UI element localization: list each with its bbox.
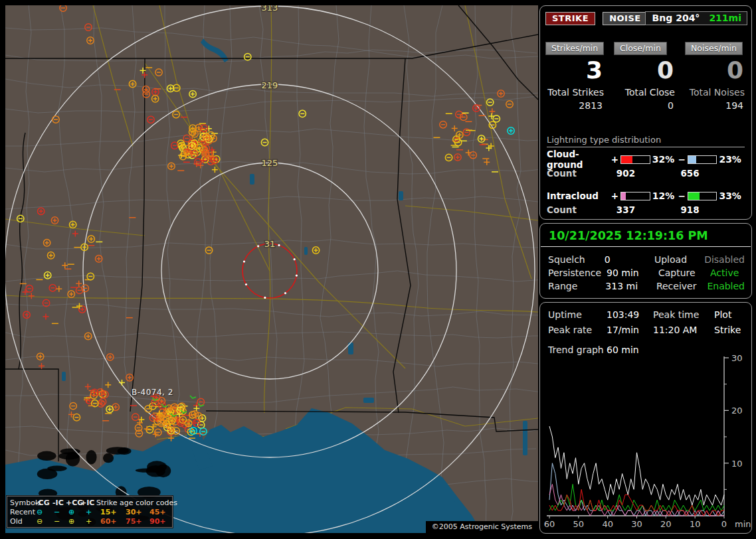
svg-text:40: 40 <box>602 519 613 529</box>
lightning-distribution: Lightning type distribution Cloud-ground… <box>547 135 745 218</box>
bearing-box: Bng 204°211mi <box>645 11 747 25</box>
ic-plus-bar <box>620 192 650 200</box>
age-75-label: 75+ <box>126 517 142 526</box>
minus-sign: − <box>678 154 686 165</box>
upload-value: Disabled <box>704 253 745 266</box>
cg-minus-count: 656 <box>680 168 745 181</box>
cg-minus-pct: 23% <box>719 154 745 165</box>
bearing-range: 211mi <box>709 13 741 23</box>
receiver-label: Receiver <box>656 279 708 293</box>
total-noises-label: Total Noises <box>690 87 745 98</box>
ic-minus-bar <box>688 192 717 200</box>
close-per-min-chip: Close/min <box>614 42 667 55</box>
distribution-title: Lightning type distribution <box>547 135 745 147</box>
squelch-label: Squelch <box>548 253 605 266</box>
cloud-ground-label: Cloud-ground <box>547 149 611 170</box>
svg-text:20: 20 <box>660 519 672 529</box>
persistence-label: Persistence <box>548 266 607 279</box>
range-label: Range <box>548 279 605 293</box>
recent-cg-minus-icon: ⊖ <box>37 508 43 517</box>
total-strikes-value: 2813 <box>579 100 604 111</box>
uptime-value: 103:49 <box>607 308 653 323</box>
stats-panel: STRIKE NOISE Bng 204°211mi Strikes/min 3… <box>539 5 752 220</box>
receiver-value: Enabled <box>707 279 745 293</box>
squelch-value: 0 <box>605 253 654 266</box>
old-ic-plus-icon: + <box>86 517 92 526</box>
legend-ic-plus-header: +IC <box>80 499 94 508</box>
session-row: Uptime 103:49 Peak time Plot <box>548 308 746 323</box>
peak-time-label: Peak time <box>653 308 714 323</box>
old-ic-minus-icon: − <box>54 517 60 526</box>
svg-text:50: 50 <box>573 519 585 529</box>
age-15-label: 15+ <box>100 508 117 517</box>
status-panel: 10/21/2025 12:19:16 PM Squelch 0 Upload … <box>539 223 752 299</box>
svg-text:30: 30 <box>631 519 642 529</box>
legend-recent-label: Recent <box>10 508 35 517</box>
session-row: Peak rate 17/min 11:20 AM Strike <box>548 323 746 339</box>
plot-value: Strike <box>714 323 746 339</box>
peak-rate-value: 17/min <box>607 323 653 339</box>
svg-text:10: 10 <box>690 519 701 529</box>
total-noises-value: 194 <box>725 100 745 111</box>
trend-panel: Uptime 103:49 Peak time Plot Peak rate 1… <box>539 302 752 534</box>
strikes-rate: 3 <box>586 57 603 84</box>
plus-sign: + <box>611 154 619 165</box>
map-canvas: 31321912531 <box>5 5 538 533</box>
svg-text:min: min <box>735 519 751 529</box>
age-60-label: 60+ <box>100 517 117 526</box>
recent-ic-plus-icon: + <box>86 508 92 517</box>
noise-button[interactable]: NOISE <box>603 12 648 25</box>
lightning-map[interactable]: 31321912531 B-4074, 2 Symbols -CG -IC +C… <box>5 5 538 533</box>
copyright-text: ©2005 Astrogenic Systems <box>426 521 538 533</box>
recent-cg-plus-icon: ⊕ <box>68 508 74 517</box>
svg-text:20: 20 <box>731 406 743 416</box>
peak-rate-label: Peak rate <box>548 323 607 339</box>
cg-plus-count: 902 <box>616 168 681 181</box>
svg-text:60: 60 <box>544 519 555 529</box>
svg-text:31: 31 <box>264 239 276 249</box>
legend-age-header: Strike age color codes <box>96 499 177 508</box>
bearing-label: Bng 204° <box>652 13 700 23</box>
svg-text:0: 0 <box>721 519 727 529</box>
ic-minus-pct: 33% <box>719 191 745 201</box>
capture-label: Capture <box>658 266 710 279</box>
uptime-label: Uptime <box>548 308 607 323</box>
noises-per-min-chip: Noises/min <box>685 42 743 55</box>
app-window: 31321912531 B-4074, 2 Symbols -CG -IC +C… <box>0 0 756 539</box>
cg-plus-bar <box>620 155 650 164</box>
recent-ic-minus-icon: − <box>54 508 60 517</box>
ic-minus-count: 918 <box>680 204 745 218</box>
legend-old-label: Old <box>10 517 23 526</box>
noises-rate: 0 <box>727 57 743 84</box>
ic-plus-pct: 12% <box>652 191 678 201</box>
svg-text:30: 30 <box>731 354 743 363</box>
cg-minus-bar <box>688 155 717 164</box>
strikes-column: Strikes/min 3 Total Strikes 2813 <box>545 42 604 111</box>
strikes-per-min-chip: Strikes/min <box>545 42 604 55</box>
range-value: 313 mi <box>605 279 656 293</box>
trend-graph: 1020306050403020100min <box>540 354 751 531</box>
status-row: Persistence 90 min Capture Active <box>548 266 745 279</box>
capture-value: Active <box>710 266 745 279</box>
legend-ic-minus-header: -IC <box>52 499 64 508</box>
svg-text:125: 125 <box>262 158 278 168</box>
svg-text:313: 313 <box>262 5 278 13</box>
legend-cg-minus-header: -CG <box>35 499 50 508</box>
cg-plus-pct: 32% <box>652 154 678 165</box>
strike-button[interactable]: STRIKE <box>545 12 595 25</box>
plot-label: Plot <box>714 308 746 323</box>
old-cg-plus-icon: ⊕ <box>68 517 74 526</box>
ic-plus-count: 337 <box>616 204 681 218</box>
peak-time-value: 11:20 AM <box>653 323 714 339</box>
minus-sign: − <box>678 191 686 201</box>
plus-sign: + <box>611 191 619 201</box>
map-legend: Symbols -CG -IC +CG +IC Strike age color… <box>7 496 173 528</box>
close-column: Close/min 0 Total Close 0 <box>614 42 675 111</box>
total-strikes-label: Total Strikes <box>547 87 604 98</box>
age-90-label: 90+ <box>149 517 166 526</box>
ic-count-label: Count <box>547 204 609 218</box>
svg-text:10: 10 <box>731 459 743 469</box>
total-close-value: 0 <box>668 100 675 111</box>
noises-column: Noises/min 0 Total Noises 194 <box>685 42 745 111</box>
cg-count-label: Count <box>547 168 609 181</box>
